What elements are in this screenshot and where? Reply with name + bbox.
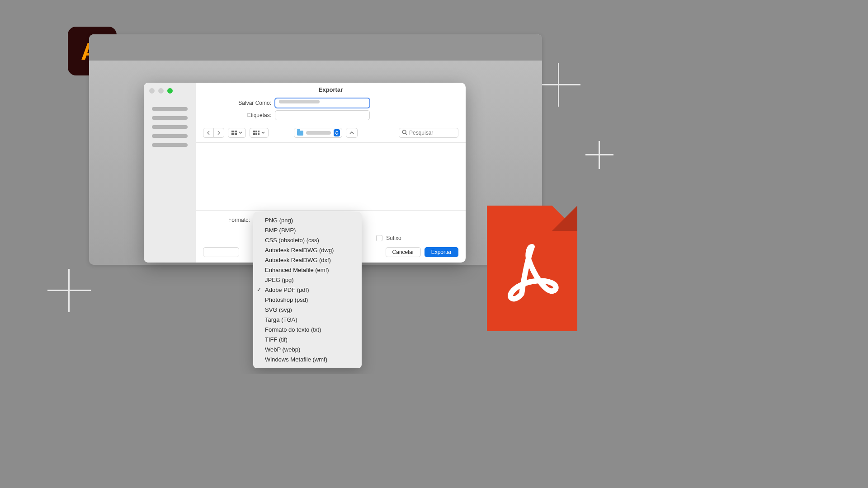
svg-rect-7 — [253, 133, 255, 135]
format-option[interactable]: Enhanced Metafile (emf) — [253, 265, 362, 275]
suffix-label: Sufixo — [386, 235, 401, 241]
format-option[interactable]: Targa (TGA) — [253, 315, 362, 325]
sidebar-item[interactable] — [152, 116, 188, 120]
tags-input[interactable] — [275, 110, 370, 120]
svg-rect-2 — [231, 133, 234, 135]
tags-label: Etiquetas: — [196, 112, 275, 118]
dialog-sidebar — [144, 83, 196, 263]
finder-toolbar — [196, 122, 466, 143]
pdf-file-icon — [487, 206, 577, 331]
group-button[interactable] — [250, 128, 269, 138]
search-field[interactable] — [399, 128, 458, 138]
chevron-left-icon — [207, 131, 210, 135]
format-option[interactable]: PNG (png) — [253, 216, 362, 225]
svg-rect-0 — [231, 131, 234, 132]
search-input[interactable] — [409, 130, 455, 136]
svg-rect-3 — [235, 133, 237, 135]
format-option[interactable]: Autodesk RealDWG (dwg) — [253, 245, 362, 255]
background-window-titlebar — [89, 34, 542, 61]
chevron-up-icon — [349, 131, 354, 135]
chevron-down-icon — [261, 131, 265, 134]
svg-rect-9 — [258, 133, 259, 135]
svg-point-10 — [402, 130, 406, 134]
svg-rect-4 — [253, 131, 255, 132]
cancel-button[interactable]: Cancelar — [386, 247, 421, 257]
svg-rect-1 — [235, 131, 237, 132]
format-option[interactable]: Autodesk RealDWG (dxf) — [253, 255, 362, 265]
dropdown-arrows-icon — [334, 129, 340, 136]
new-folder-button[interactable] — [203, 247, 239, 257]
dialog-title: Exportar — [196, 83, 466, 96]
sidebar-item[interactable] — [152, 134, 188, 138]
nav-forward-button[interactable] — [214, 128, 224, 138]
format-option[interactable]: SVG (svg) — [253, 305, 362, 315]
location-popup[interactable] — [294, 128, 342, 138]
window-close-button[interactable] — [149, 88, 155, 94]
svg-rect-8 — [255, 133, 257, 135]
file-browser-area[interactable] — [196, 143, 466, 211]
chevron-right-icon — [217, 131, 221, 135]
acrobat-logo-icon — [503, 243, 561, 306]
search-icon — [402, 130, 407, 136]
sidebar-item[interactable] — [152, 107, 188, 111]
nav-group — [203, 128, 224, 138]
view-grid-button[interactable] — [228, 128, 246, 138]
crosshair-decoration — [537, 63, 580, 107]
format-option[interactable]: Adobe PDF (pdf) — [253, 285, 362, 295]
grid-icon — [231, 131, 237, 135]
format-option[interactable]: TIFF (tif) — [253, 335, 362, 345]
format-option[interactable]: Windows Metafile (wmf) — [253, 355, 362, 365]
format-option[interactable]: Photoshop (psd) — [253, 295, 362, 305]
collapse-button[interactable] — [346, 128, 358, 138]
svg-rect-6 — [258, 131, 259, 132]
save-as-label: Salvar Como: — [196, 100, 275, 106]
format-option[interactable]: BMP (BMP) — [253, 225, 362, 235]
svg-rect-5 — [255, 131, 257, 132]
sidebar-item[interactable] — [152, 125, 188, 129]
save-as-input[interactable] — [275, 98, 370, 108]
format-option[interactable]: JPEG (jpg) — [253, 275, 362, 285]
format-option[interactable]: WebP (webp) — [253, 345, 362, 355]
format-option[interactable]: CSS (obsoleto) (css) — [253, 235, 362, 245]
window-controls — [144, 86, 196, 104]
sidebar-item[interactable] — [152, 143, 188, 147]
group-icon — [253, 131, 259, 135]
format-label: Formato: — [203, 217, 254, 223]
nav-back-button[interactable] — [203, 128, 214, 138]
folder-icon — [297, 131, 303, 136]
crosshair-decoration — [47, 269, 91, 312]
window-minimize-button[interactable] — [158, 88, 164, 94]
suffix-checkbox[interactable] — [376, 235, 382, 241]
export-button[interactable]: Exportar — [425, 247, 458, 257]
svg-line-11 — [406, 133, 407, 135]
chevron-down-icon — [239, 131, 242, 134]
format-dropdown-menu[interactable]: PNG (png)BMP (BMP)CSS (obsoleto) (css)Au… — [253, 212, 362, 368]
format-option[interactable]: Formato do texto (txt) — [253, 325, 362, 335]
window-maximize-button[interactable] — [167, 88, 173, 94]
crosshair-decoration — [585, 141, 613, 169]
